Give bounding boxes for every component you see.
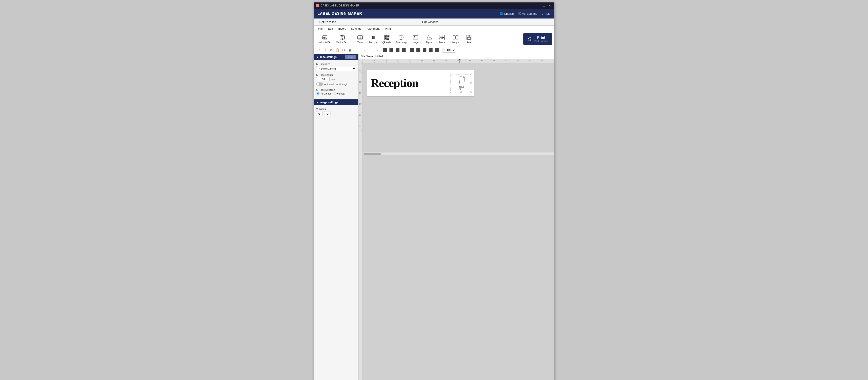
label-canvas: Reception — [367, 70, 474, 96]
svg-rect-40 — [469, 35, 470, 36]
barcode-button[interactable]: Barcode — [367, 33, 380, 45]
header-title: LABEL DESIGN MAKER — [317, 11, 362, 16]
horizontal-text-icon: ABC — [322, 34, 328, 40]
redo-button[interactable]: ↪ — [322, 47, 328, 53]
svg-line-29 — [401, 37, 402, 38]
figure-icon — [426, 34, 432, 40]
svg-text:40: 40 — [493, 60, 495, 62]
selected-figure[interactable] — [450, 74, 471, 92]
svg-text:45: 45 — [505, 60, 506, 62]
size-button[interactable]: ⬛ — [409, 47, 415, 53]
menu-alignment[interactable]: Alignment — [365, 26, 382, 31]
horizontal-ruler: -10 -5 0 5 10 15 20 25 30 35 40 45 — [363, 59, 554, 63]
image-button[interactable]: Image — [409, 33, 422, 45]
svg-text:30: 30 — [359, 92, 361, 94]
menu-insert[interactable]: Insert — [336, 26, 348, 31]
tape-length-icon: ⊟ — [316, 73, 318, 76]
maximize-button[interactable]: □ — [541, 3, 547, 8]
ungroup-button[interactable]: ⬛ — [434, 47, 440, 53]
help-button[interactable]: ? Help — [542, 12, 551, 16]
zoom-selector[interactable]: 50% 75% 100% 125% 150% 200% — [442, 48, 456, 53]
center-v-button[interactable]: ⬛ — [389, 47, 394, 53]
menu-settings[interactable]: Settings — [349, 26, 364, 31]
back-chevron-icon: ‹ — [317, 20, 318, 24]
distribute-h-button[interactable]: ⬛ — [395, 47, 400, 53]
return-to-top-link[interactable]: ‹ Return to top — [317, 20, 336, 24]
timestamp-button[interactable]: Timestamp — [394, 33, 408, 45]
minimize-button[interactable]: – — [536, 3, 541, 8]
copy-button[interactable]: ⧉ — [328, 47, 334, 53]
svg-rect-15 — [375, 36, 375, 39]
svg-text:ABC: ABC — [341, 35, 343, 40]
svg-rect-16 — [376, 36, 376, 39]
pen-figure-icon — [451, 75, 471, 92]
rotate-ccw-button[interactable]: ↺ — [316, 111, 322, 116]
tape-size-select[interactable]: ○ 24mm(18mm) — [316, 66, 356, 71]
align-up-button[interactable]: ↑ — [355, 47, 361, 53]
help-icon: ? — [542, 12, 543, 16]
tape-length-input[interactable] — [316, 77, 330, 81]
horizontal-text-button[interactable]: ABC Horizontal Text — [316, 33, 334, 45]
language-selector[interactable]: 🌐 English — [499, 12, 514, 16]
svg-rect-26 — [389, 39, 389, 40]
details-button[interactable]: Details — [345, 55, 356, 59]
svg-rect-30 — [413, 36, 418, 39]
merge-button[interactable]: Merge — [450, 33, 462, 45]
distribute-v-button[interactable]: ⬛ — [401, 47, 407, 53]
order-front-button[interactable]: ⬛ — [415, 47, 421, 53]
svg-text:-5: -5 — [385, 60, 387, 62]
svg-text:50: 50 — [359, 114, 361, 116]
horizontal-scrollbar[interactable] — [363, 152, 554, 155]
svg-rect-12 — [372, 36, 373, 39]
paste-button[interactable]: 📋 — [335, 47, 340, 53]
save-button[interactable]: Save — [463, 33, 475, 45]
merge-icon — [453, 34, 459, 40]
svg-rect-11 — [372, 36, 372, 39]
cut-button[interactable]: ✂ — [341, 47, 346, 53]
table-button[interactable]: Table — [354, 33, 366, 45]
svg-text:10: 10 — [421, 60, 423, 62]
svg-rect-34 — [453, 36, 455, 39]
rotate-cw-button[interactable]: ↻ — [324, 111, 331, 116]
vertical-text-button[interactable]: ABC Vertical Text — [335, 33, 350, 45]
print-button[interactable]: 🖨 Print Print Preview — [523, 33, 552, 45]
tape-size-icon: ⊞ — [316, 62, 318, 65]
label-text: Reception — [371, 77, 418, 89]
main-toolbar: ABC Horizontal Text ABC Vertical Text — [314, 32, 554, 46]
close-button[interactable]: ✕ — [547, 3, 552, 8]
auto-label-toggle[interactable] — [316, 83, 323, 86]
figure-button[interactable]: Figure — [423, 33, 435, 45]
align-right-button[interactable]: → — [374, 47, 380, 53]
table-icon — [357, 34, 363, 40]
frame-icon: ABC — [439, 34, 445, 40]
svg-text:50: 50 — [517, 60, 518, 62]
center-h-button[interactable]: ⬛ — [382, 47, 388, 53]
qr-code-button[interactable]: QR code — [380, 33, 393, 45]
svg-rect-10 — [371, 36, 371, 39]
scrollbar-thumb[interactable] — [364, 153, 381, 155]
group-button[interactable]: ⬛ — [428, 47, 434, 53]
svg-rect-21 — [388, 35, 389, 37]
menu-edit[interactable]: Edit — [326, 26, 335, 31]
version-info-button[interactable]: ⓘ Version info — [518, 11, 537, 16]
delete-button[interactable]: 🗑 — [347, 47, 353, 53]
canvas-scroll[interactable]: Reception — [363, 63, 554, 380]
align-left-button[interactable]: ← — [368, 47, 373, 53]
app-icon: C — [316, 4, 319, 7]
main-area: ▲ Tape settings Details ⊞ Tape Size ○ 24… — [314, 54, 554, 380]
svg-rect-39 — [467, 37, 470, 39]
menu-print[interactable]: Print — [383, 26, 393, 31]
titlebar: C CASIO LABEL DESIGN MAKER – □ ✕ — [314, 2, 554, 9]
svg-rect-35 — [456, 36, 458, 39]
order-back-button[interactable]: ⬛ — [422, 47, 427, 53]
svg-text:10: 10 — [359, 70, 361, 71]
tape-direction-icon: ⊡ — [316, 88, 318, 91]
menu-file[interactable]: File — [316, 26, 325, 31]
horizontal-radio[interactable]: Horizontal — [316, 92, 331, 95]
align-down-button[interactable]: ↓ — [362, 47, 367, 53]
vertical-radio[interactable]: Vertical — [334, 92, 345, 95]
frame-button[interactable]: ABC Frame — [436, 33, 448, 45]
tape-settings-header: ▲ Tape settings Details — [314, 54, 358, 60]
image-icon — [412, 34, 418, 40]
undo-button[interactable]: ↩ — [316, 47, 321, 53]
